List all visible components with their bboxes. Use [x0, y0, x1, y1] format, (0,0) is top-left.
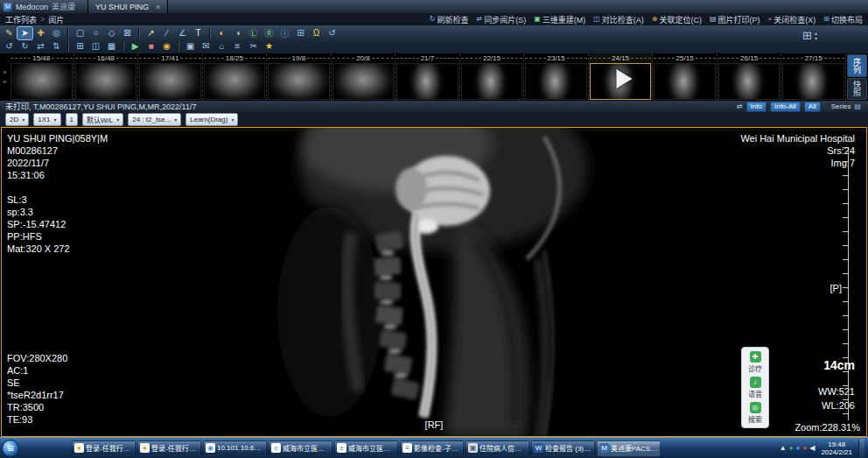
taskbar-item[interactable]: e威海市立医院-晨...: [334, 440, 398, 456]
taskbar-item[interactable]: M美迪康PACS平台: [597, 440, 661, 456]
favorite-icon[interactable]: ★: [262, 40, 276, 53]
series-select-dropdown[interactable]: 24 : t2_tse...▾: [128, 113, 181, 126]
info-all-button[interactable]: Info-All: [770, 102, 801, 112]
window-preset-dropdown[interactable]: 默认W/L▾: [82, 113, 123, 126]
freehand-roi-icon[interactable]: ◇: [104, 27, 119, 39]
tray-clock[interactable]: 19:48 2024/2/21: [817, 440, 856, 456]
thumbnail-20-8[interactable]: 20/8: [332, 53, 396, 101]
taskbar-item[interactable]: W检查报告 (3).doc...: [531, 440, 595, 456]
taskbar-item[interactable]: ▣住院病人信息查询: [466, 440, 529, 456]
ellipse-roi-icon[interactable]: ○: [88, 27, 103, 39]
flip-vertical-icon[interactable]: ⇅: [49, 40, 64, 53]
taskbar-item[interactable]: e威海市立医院-晨...: [269, 440, 332, 456]
screenshot-icon[interactable]: ▣: [183, 40, 198, 53]
series-label[interactable]: Series: [831, 102, 851, 110]
thumbnail-prev-icon[interactable]: «: [3, 68, 6, 76]
erase-roi-icon[interactable]: ⊠: [120, 27, 135, 39]
sync-icon[interactable]: ⇄: [737, 102, 743, 110]
close-exam-button[interactable]: ×关闭检查(X): [768, 14, 816, 25]
series-side-button[interactable]: 序列: [847, 54, 867, 77]
thumbnail-26-15[interactable]: 26/15: [718, 53, 782, 101]
info-button[interactable]: Info: [746, 102, 766, 112]
taskbar-item[interactable]: ●登录-任我行医生...: [72, 440, 136, 456]
close-tab-icon[interactable]: ×: [156, 3, 160, 11]
layout-down-arrow-icon[interactable]: ▾: [815, 36, 817, 41]
mouse-mode-dropdown[interactable]: Learn(Drag)▾: [186, 113, 238, 126]
sync-reading-button[interactable]: ⇄同步阅片(S): [477, 14, 527, 25]
thumbnail-21-7[interactable]: 21/7: [396, 53, 460, 101]
antivirus-tray-icon[interactable]: ●: [789, 445, 794, 452]
message-tray-icon[interactable]: ●: [802, 445, 807, 452]
pan-hand-icon[interactable]: ✚: [33, 27, 48, 39]
page-number-field[interactable]: 1: [66, 113, 78, 126]
thumbnail-15-48[interactable]: 15/48: [10, 53, 74, 101]
breadcrumb-reading[interactable]: 阅片: [48, 14, 64, 25]
thumbnail-23-15[interactable]: 23/15: [524, 53, 589, 101]
thumbnail-27-15[interactable]: 27/15: [781, 53, 846, 101]
invert-icon[interactable]: ◑: [230, 27, 245, 39]
thumbnail-25-15[interactable]: 25/15: [653, 53, 718, 101]
thumbnail-16-48[interactable]: 16/48: [74, 53, 139, 101]
show-desktop-button[interactable]: [858, 439, 864, 458]
viewport-layout-widget[interactable]: ⊞ ▴ ▾: [802, 30, 817, 41]
right-marker-icon[interactable]: Ⓡ: [262, 27, 276, 39]
send-image-icon[interactable]: ✉: [199, 40, 214, 53]
thumbnail-prev-icon[interactable]: «: [3, 78, 6, 86]
cine-play-icon[interactable]: ▶: [128, 40, 143, 53]
window-level-icon[interactable]: ◐: [214, 27, 229, 39]
taskbar-item[interactable]: ●登录-任我行医生...: [137, 440, 201, 456]
left-marker-icon[interactable]: Ⓛ: [246, 27, 261, 39]
dimension-dropdown[interactable]: 2D▾: [5, 113, 29, 126]
patient-tab[interactable]: YU SHUI PING ×: [88, 0, 168, 13]
rotate-cw-icon[interactable]: ↻: [18, 40, 32, 53]
flip-horizontal-icon[interactable]: ⇄: [33, 40, 48, 53]
line-measure-icon[interactable]: ∕: [159, 27, 174, 39]
3d-reconstruction-button[interactable]: ▣三维重建(M): [534, 14, 585, 25]
text-annotation-icon[interactable]: T: [191, 27, 206, 39]
linked-localization-button[interactable]: ⊕关联定位(C): [652, 14, 702, 25]
layout-grid-icon[interactable]: ⊞: [802, 30, 812, 41]
home-icon[interactable]: ⌂: [214, 40, 229, 53]
rotate-ccw-icon[interactable]: ↺: [2, 40, 17, 53]
start-button[interactable]: ⊞: [2, 440, 19, 457]
arrow-annotation-icon[interactable]: ↗: [144, 27, 158, 39]
series-panel-icon[interactable]: ▤: [854, 102, 861, 110]
thumbnail-24-15[interactable]: 24/15: [589, 53, 654, 101]
mri-image[interactable]: [256, 128, 614, 437]
cine-stop-icon[interactable]: ■: [144, 40, 158, 53]
layout-grid-icon[interactable]: ⊞: [293, 27, 308, 39]
compare-exam-button[interactable]: ◫对比检查(A): [593, 14, 644, 25]
search-button[interactable]: ◎搜索: [742, 402, 768, 424]
print-image-button[interactable]: ▤图片打印(P): [710, 14, 760, 25]
voice-button[interactable]: ♪语音: [742, 377, 768, 398]
switch-layout-button[interactable]: ⊞切换布局: [823, 14, 863, 25]
thumbnail-22-15[interactable]: 22/15: [460, 53, 525, 101]
image-viewport[interactable]: YU SHUI PING|058Y|MM002861272022/11/715:…: [1, 127, 867, 437]
all-button[interactable]: All: [804, 102, 821, 112]
network-tray-icon[interactable]: ●: [796, 445, 801, 452]
tile-layout-icon[interactable]: ⊞: [73, 40, 88, 53]
breadcrumb-worklist[interactable]: 工作列表: [5, 14, 37, 25]
list-icon[interactable]: ≡: [230, 40, 245, 53]
consult-button[interactable]: ✚诊疗: [742, 351, 768, 373]
taskbar-item[interactable]: ◉10.101.10.67/Em...: [203, 440, 267, 456]
refresh-exam-button[interactable]: ↻刷新检查: [430, 14, 469, 25]
magnify-glass-icon[interactable]: ◉: [159, 40, 174, 53]
angle-measure-icon[interactable]: ∠: [175, 27, 190, 39]
zoom-icon[interactable]: ◎: [49, 27, 64, 39]
compare-layout-icon[interactable]: ◫: [88, 40, 103, 53]
layout-dropdown[interactable]: 1X1▾: [33, 113, 60, 126]
rect-roi-icon[interactable]: ▢: [73, 27, 88, 39]
cut-icon[interactable]: ✂: [246, 40, 261, 53]
reset-view-icon[interactable]: ↺: [325, 27, 340, 39]
thumbnail-17-41[interactable]: 17/41: [138, 53, 203, 101]
select-pointer-icon[interactable]: ➤: [18, 27, 32, 39]
taskbar-item[interactable]: ≡影像检查-子报告单...: [400, 440, 464, 456]
stack-layout-icon[interactable]: ▦: [104, 40, 119, 53]
thumbnail-18-25[interactable]: 18/25: [203, 53, 268, 101]
thumbnail-19-8[interactable]: 19/8: [267, 53, 332, 101]
snapshot-side-button[interactable]: 快照: [847, 78, 867, 101]
annotate-pencil-icon[interactable]: ✎: [2, 27, 17, 39]
volume-tray-icon[interactable]: ◀: [809, 445, 815, 452]
lung-window-icon[interactable]: Ω: [309, 27, 324, 39]
